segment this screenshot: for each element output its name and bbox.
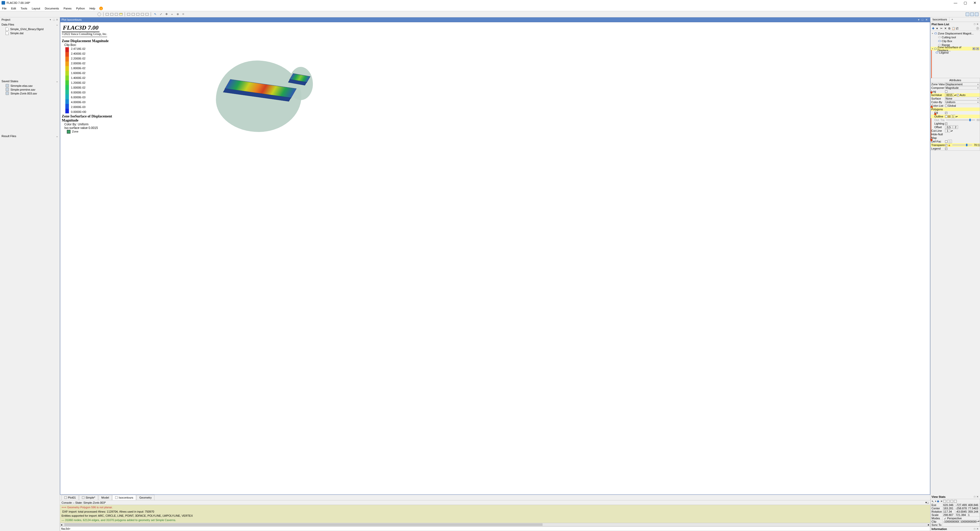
check-icon[interactable]: ✓ bbox=[956, 27, 958, 30]
attr-colorby[interactable]: Uniform bbox=[945, 100, 980, 104]
attr-cutline[interactable]: 1 bbox=[945, 129, 950, 132]
console-pin-icon[interactable]: □ bbox=[927, 501, 929, 504]
item-menu-icon[interactable]: ▾ bbox=[973, 48, 975, 50]
collapse-icon[interactable]: □ bbox=[974, 23, 976, 26]
globe-icon[interactable] bbox=[97, 13, 101, 16]
vs-cell[interactable]: 298.807 bbox=[942, 513, 955, 517]
tab-isocontours-right[interactable]: Isocontours bbox=[931, 18, 950, 22]
vs-sync-dropdown[interactable] bbox=[942, 523, 980, 526]
vs-cell[interactable]: 183.281 bbox=[942, 507, 955, 510]
tray-2-icon[interactable] bbox=[970, 13, 974, 16]
attr-zone-value[interactable]: Displacement bbox=[945, 83, 980, 86]
attr-transp-reset[interactable]: ↻ bbox=[977, 144, 980, 146]
layout-1-icon[interactable] bbox=[106, 13, 109, 16]
close-panel-icon[interactable]: ✕ bbox=[55, 18, 58, 21]
layout-3-icon[interactable] bbox=[115, 13, 118, 16]
vs-copy-icon[interactable] bbox=[943, 500, 946, 503]
data-files-header[interactable]: Data Files ⌄ bbox=[0, 22, 60, 27]
attr-lighting-checkbox[interactable]: ✓ bbox=[945, 123, 947, 125]
console-scrollbar[interactable]: ◂▸ bbox=[60, 523, 930, 526]
vs-paste-icon[interactable] bbox=[947, 500, 950, 503]
dropdown-icon[interactable]: ▾ bbox=[935, 27, 939, 30]
plot-close-icon[interactable]: ✕ bbox=[924, 18, 929, 21]
saved-states-header[interactable]: Saved States ⌄ bbox=[0, 79, 60, 84]
help-icon[interactable]: ? bbox=[976, 27, 979, 30]
menu-file[interactable]: File bbox=[2, 6, 7, 10]
attr-offset-2[interactable]: 2 bbox=[953, 125, 958, 129]
attr-offset-1[interactable]: 0.5 bbox=[945, 125, 953, 129]
saved-state-item[interactable]: Simple-Zonk-003.sav bbox=[0, 91, 60, 95]
atom-icon[interactable]: ⚛ bbox=[181, 12, 185, 16]
win-4-icon[interactable] bbox=[141, 13, 144, 16]
plot-pin-icon[interactable]: □ bbox=[921, 18, 924, 21]
attr-component[interactable]: Magnitude bbox=[945, 86, 980, 89]
attr-deffac-value[interactable]: 1 bbox=[948, 140, 952, 143]
vs-cell[interactable]: 359.144 bbox=[967, 510, 980, 513]
tab-geometry[interactable]: Geometry bbox=[137, 495, 154, 500]
target-icon[interactable]: ⊕ bbox=[176, 12, 180, 16]
cursor-icon[interactable]: ↖ bbox=[153, 12, 157, 16]
cut-icon[interactable]: ✂ bbox=[940, 27, 943, 30]
attr-outline-width[interactable]: 1 bbox=[951, 115, 955, 118]
tab-plot01[interactable]: Plot01 bbox=[62, 495, 79, 500]
delete-icon[interactable]: ✕ bbox=[944, 27, 947, 30]
menu-python[interactable]: Python bbox=[76, 6, 85, 10]
eye-icon[interactable] bbox=[935, 51, 939, 53]
vs-cursor-icon[interactable]: ↖ bbox=[932, 500, 934, 503]
collapse-icon[interactable]: □ bbox=[974, 528, 976, 530]
data-file-item[interactable]: Simple.dat bbox=[0, 31, 60, 35]
vs-cell[interactable]: -727.499 bbox=[955, 503, 967, 507]
attr-polygons-label[interactable]: Polygons bbox=[931, 108, 980, 111]
tray-1-icon[interactable] bbox=[966, 13, 969, 16]
attr-surface[interactable]: None bbox=[945, 97, 980, 100]
vs-delete-icon[interactable]: ✕ bbox=[940, 500, 942, 503]
attr-colorlist-checkbox[interactable] bbox=[945, 105, 947, 107]
pan-icon[interactable]: ✥ bbox=[164, 12, 169, 16]
attr-outtrans-slider[interactable] bbox=[946, 120, 975, 121]
menu-tools[interactable]: Tools bbox=[20, 6, 28, 10]
attr-deffac-checkbox[interactable] bbox=[945, 140, 947, 143]
vs-cell[interactable]: 620.346 bbox=[942, 503, 955, 507]
vs-clip-max[interactable]: 10000000000.0 bbox=[959, 520, 977, 523]
attr-outline-checkbox[interactable] bbox=[945, 115, 947, 118]
vs-cell[interactable]: 721.384 bbox=[955, 513, 967, 517]
alert-icon[interactable]: ! bbox=[99, 6, 103, 10]
close-icon[interactable]: ✕ bbox=[976, 23, 979, 26]
data-file-item[interactable]: Simple_GVol_Binary.f3grid bbox=[0, 27, 60, 31]
eye-icon[interactable] bbox=[938, 36, 941, 38]
vs-cell[interactable]: 77.5403 bbox=[967, 507, 980, 510]
attr-legend-checkbox[interactable]: ✓ bbox=[945, 148, 947, 150]
win-5-icon[interactable] bbox=[145, 13, 148, 16]
item-opt-icon[interactable]: ≡ bbox=[976, 48, 979, 50]
menu-panes[interactable]: Panes bbox=[63, 6, 72, 10]
close-icon[interactable]: ✕ bbox=[976, 528, 979, 530]
vs-cell[interactable]: 408.846 bbox=[967, 503, 980, 507]
add-item-icon[interactable]: ✚ bbox=[932, 27, 935, 30]
attr-log-checkbox[interactable] bbox=[945, 90, 947, 92]
vs-cell[interactable]: -258.878 bbox=[955, 507, 967, 510]
menu-edit[interactable]: Edit bbox=[11, 6, 17, 10]
console-input[interactable]: flac3d> bbox=[60, 526, 930, 531]
vs-reset-icon[interactable] bbox=[950, 500, 953, 503]
tree-iso-surface[interactable]: ▸Zone IsoSurface of Displace...▾≡ bbox=[931, 47, 980, 51]
saved-state-item[interactable]: Simmple-elas.sav bbox=[0, 84, 60, 88]
vs-opt-icon[interactable] bbox=[954, 500, 957, 503]
tab-isocontours[interactable]: Isocontours bbox=[112, 495, 136, 500]
attr-transp-checkbox[interactable]: ✓ bbox=[945, 144, 947, 146]
viewport[interactable]: FLAC3D 7.00 ©2022 Itasca Consulting Grou… bbox=[60, 22, 930, 495]
menu-documents[interactable]: Documents bbox=[44, 6, 59, 10]
tab-model[interactable]: Model bbox=[99, 495, 112, 500]
layout-4-icon[interactable] bbox=[119, 13, 123, 16]
pin-icon[interactable]: □ bbox=[52, 18, 55, 21]
collapse-icon[interactable]: □ bbox=[974, 495, 976, 498]
win-1-icon[interactable] bbox=[127, 13, 130, 16]
eye-icon[interactable] bbox=[934, 32, 937, 34]
attr-auto-checkbox[interactable]: ✓ bbox=[957, 94, 959, 96]
result-files-header[interactable]: Result Files ⌄ bbox=[0, 134, 60, 139]
vs-cell[interactable]: -43.0045 bbox=[955, 510, 967, 513]
eye-icon[interactable] bbox=[938, 40, 941, 42]
close-button[interactable]: ✕ bbox=[972, 1, 977, 5]
vs-clip-min[interactable]: -10000000000.0 bbox=[942, 520, 959, 523]
layout-2-icon[interactable] bbox=[110, 13, 113, 16]
add-tab-button[interactable]: + bbox=[950, 18, 955, 22]
